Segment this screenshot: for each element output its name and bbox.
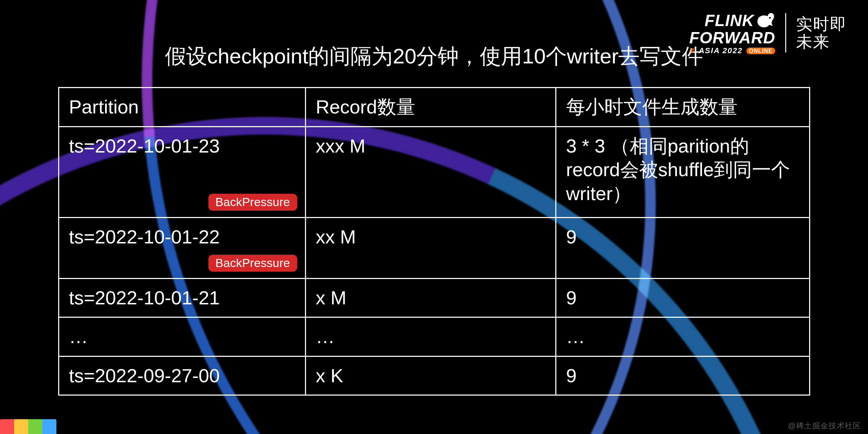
flink-forward-logo: FLINK FORWARD # ASIA 2022 ONLINE (689, 11, 775, 55)
watermark: @稀土掘金技术社区 (788, 421, 861, 431)
table-header-row: Partition Record数量 每小时文件生成数量 (59, 88, 809, 127)
corner-color-blocks (0, 419, 56, 434)
col-files-per-hour: 每小时文件生成数量 (556, 88, 809, 127)
table-row: ts=2022-10-01-22 BackPressure xx M 9 (59, 217, 809, 278)
backpressure-badge: BackPressure (208, 255, 297, 272)
partition-table: Partition Record数量 每小时文件生成数量 ts=2022-10-… (58, 87, 810, 396)
corner-blue (42, 419, 56, 434)
table-row: ts=2022-10-01-21 x M 9 (59, 278, 809, 317)
record-count-value: xx M (305, 217, 556, 278)
flink-text: FLINK (705, 13, 754, 29)
cn-slogan-line2: 未来 (796, 33, 847, 51)
table-row: … … … (59, 317, 809, 356)
asia-year: ASIA 2022 (699, 47, 743, 55)
files-per-hour-value: 3 * 3 （相同parition的record会被shuffle到同一个wri… (556, 126, 809, 217)
corner-green (28, 419, 42, 434)
files-per-hour-value: 9 (556, 217, 809, 278)
table-row: ts=2022-09-27-00 x K 9 (59, 356, 809, 395)
hash-icon: # (690, 47, 695, 55)
forward-text: FORWARD (689, 30, 775, 46)
partition-value: ts=2022-10-01-22 (69, 226, 220, 247)
header-logos: FLINK FORWARD # ASIA 2022 ONLINE 实时即 未来 (689, 11, 847, 55)
corner-yellow (14, 419, 28, 434)
partition-value: … (69, 326, 88, 347)
cn-slogan-line1: 实时即 (796, 15, 847, 33)
files-per-hour-value: … (556, 317, 809, 356)
files-per-hour-value: 9 (556, 356, 809, 395)
online-badge: ONLINE (746, 48, 775, 54)
squirrel-icon (756, 11, 775, 30)
record-count-value: … (305, 317, 556, 356)
record-count-value: x M (305, 278, 556, 317)
record-count-value: x K (305, 356, 556, 395)
files-per-hour-value: 9 (556, 278, 809, 317)
backpressure-badge: BackPressure (208, 194, 297, 211)
logo-divider (785, 13, 786, 52)
table-row: ts=2022-10-01-23 BackPressure xxx M 3 * … (59, 126, 809, 217)
partition-value: ts=2022-10-01-21 (69, 287, 220, 308)
corner-red (0, 419, 14, 434)
col-record-count: Record数量 (305, 88, 556, 127)
col-partition: Partition (59, 88, 305, 127)
partition-value: ts=2022-09-27-00 (69, 365, 220, 386)
partition-value: ts=2022-10-01-23 (69, 135, 220, 156)
cn-slogan: 实时即 未来 (796, 15, 847, 51)
record-count-value: xxx M (305, 126, 556, 217)
